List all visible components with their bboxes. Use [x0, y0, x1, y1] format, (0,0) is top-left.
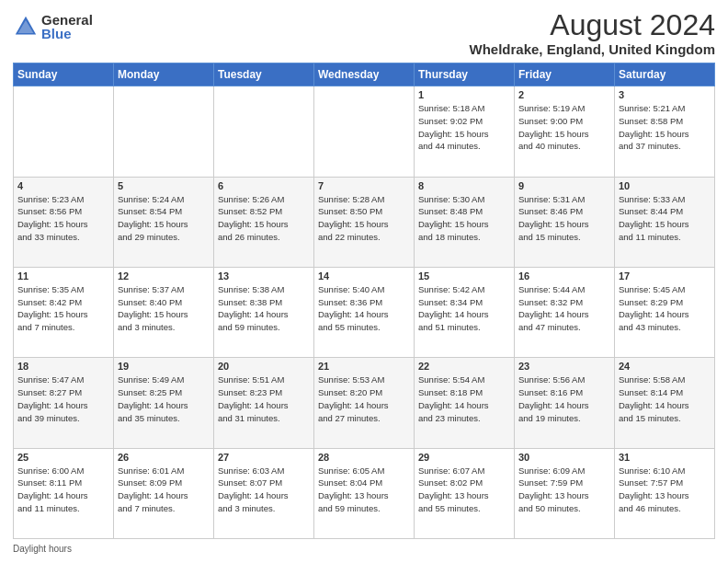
calendar-table: SundayMondayTuesdayWednesdayThursdayFrid…	[13, 63, 715, 539]
day-number: 23	[518, 361, 610, 372]
day-info: Sunrise: 6:09 AM Sunset: 7:59 PM Dayligh…	[518, 465, 610, 515]
calendar-cell: 28Sunrise: 6:05 AM Sunset: 8:04 PM Dayli…	[314, 448, 415, 538]
day-number: 3	[619, 89, 711, 100]
day-number: 25	[17, 452, 109, 463]
day-info: Sunrise: 5:18 AM Sunset: 9:02 PM Dayligh…	[418, 102, 510, 153]
footer: Daylight hours	[13, 544, 715, 554]
day-info: Sunrise: 5:47 AM Sunset: 8:27 PM Dayligh…	[17, 373, 109, 424]
day-info: Sunrise: 5:51 AM Sunset: 8:23 PM Dayligh…	[218, 373, 310, 424]
calendar-cell: 30Sunrise: 6:09 AM Sunset: 7:59 PM Dayli…	[515, 448, 615, 538]
day-info: Sunrise: 6:01 AM Sunset: 8:09 PM Dayligh…	[118, 465, 210, 515]
day-info: Sunrise: 6:00 AM Sunset: 8:11 PM Dayligh…	[17, 465, 109, 515]
calendar-week-row: 4Sunrise: 5:23 AM Sunset: 8:56 PM Daylig…	[14, 177, 715, 267]
location: Wheldrake, England, United Kingdom	[469, 41, 715, 57]
calendar-cell: 17Sunrise: 5:45 AM Sunset: 8:29 PM Dayli…	[615, 267, 715, 357]
calendar-cell: 10Sunrise: 5:33 AM Sunset: 8:44 PM Dayli…	[615, 177, 715, 267]
day-number: 18	[17, 361, 109, 372]
day-info: Sunrise: 5:33 AM Sunset: 8:44 PM Dayligh…	[619, 193, 711, 244]
calendar-cell: 18Sunrise: 5:47 AM Sunset: 8:27 PM Dayli…	[14, 358, 114, 448]
calendar-cell: 6Sunrise: 5:26 AM Sunset: 8:52 PM Daylig…	[214, 177, 314, 267]
title-block: August 2024 Wheldrake, England, United K…	[469, 9, 715, 57]
calendar-cell: 11Sunrise: 5:35 AM Sunset: 8:42 PM Dayli…	[14, 267, 114, 357]
day-info: Sunrise: 5:35 AM Sunset: 8:42 PM Dayligh…	[17, 283, 109, 334]
day-info: Sunrise: 5:44 AM Sunset: 8:32 PM Dayligh…	[518, 283, 610, 334]
calendar-cell: 25Sunrise: 6:00 AM Sunset: 8:11 PM Dayli…	[14, 448, 114, 538]
calendar-cell: 27Sunrise: 6:03 AM Sunset: 8:07 PM Dayli…	[214, 448, 314, 538]
logo-text: General Blue	[41, 13, 93, 40]
weekday-header: Monday	[114, 63, 214, 86]
weekday-header: Friday	[515, 63, 615, 86]
calendar-cell: 26Sunrise: 6:01 AM Sunset: 8:09 PM Dayli…	[114, 448, 214, 538]
daylight-label: Daylight hours	[13, 544, 72, 554]
day-info: Sunrise: 5:31 AM Sunset: 8:46 PM Dayligh…	[518, 193, 610, 244]
calendar-week-row: 25Sunrise: 6:00 AM Sunset: 8:11 PM Dayli…	[14, 448, 715, 538]
calendar-week-row: 1Sunrise: 5:18 AM Sunset: 9:02 PM Daylig…	[14, 86, 715, 177]
calendar-cell	[314, 86, 415, 177]
day-info: Sunrise: 5:21 AM Sunset: 8:58 PM Dayligh…	[619, 102, 711, 153]
day-number: 22	[418, 361, 510, 372]
day-number: 15	[418, 270, 510, 282]
day-number: 9	[518, 180, 610, 191]
calendar-cell: 7Sunrise: 5:28 AM Sunset: 8:50 PM Daylig…	[314, 177, 415, 267]
day-number: 5	[118, 180, 210, 191]
day-info: Sunrise: 5:30 AM Sunset: 8:48 PM Dayligh…	[418, 193, 510, 244]
calendar-cell	[14, 86, 114, 177]
day-number: 27	[218, 452, 310, 463]
calendar-cell: 5Sunrise: 5:24 AM Sunset: 8:54 PM Daylig…	[114, 177, 214, 267]
calendar-cell: 14Sunrise: 5:40 AM Sunset: 8:36 PM Dayli…	[314, 267, 415, 357]
calendar-cell: 16Sunrise: 5:44 AM Sunset: 8:32 PM Dayli…	[515, 267, 615, 357]
day-info: Sunrise: 5:24 AM Sunset: 8:54 PM Dayligh…	[118, 193, 210, 244]
calendar-cell: 3Sunrise: 5:21 AM Sunset: 8:58 PM Daylig…	[615, 86, 715, 177]
calendar-cell: 1Sunrise: 5:18 AM Sunset: 9:02 PM Daylig…	[415, 86, 515, 177]
day-info: Sunrise: 6:03 AM Sunset: 8:07 PM Dayligh…	[218, 465, 310, 515]
day-number: 20	[218, 361, 310, 372]
day-info: Sunrise: 5:42 AM Sunset: 8:34 PM Dayligh…	[418, 283, 510, 334]
day-number: 31	[619, 452, 711, 463]
day-number: 24	[619, 361, 711, 372]
day-number: 16	[518, 270, 610, 282]
calendar-cell: 22Sunrise: 5:54 AM Sunset: 8:18 PM Dayli…	[415, 358, 515, 448]
calendar-cell: 9Sunrise: 5:31 AM Sunset: 8:46 PM Daylig…	[515, 177, 615, 267]
calendar-cell: 4Sunrise: 5:23 AM Sunset: 8:56 PM Daylig…	[14, 177, 114, 267]
calendar-cell: 29Sunrise: 6:07 AM Sunset: 8:02 PM Dayli…	[415, 448, 515, 538]
calendar-cell	[214, 86, 314, 177]
day-number: 29	[418, 452, 510, 463]
page: General Blue August 2024 Wheldrake, Engl…	[0, 0, 728, 563]
weekday-header: Thursday	[415, 63, 515, 86]
day-number: 2	[518, 89, 610, 100]
day-number: 28	[318, 452, 410, 463]
day-info: Sunrise: 6:05 AM Sunset: 8:04 PM Dayligh…	[318, 465, 410, 515]
day-info: Sunrise: 5:53 AM Sunset: 8:20 PM Dayligh…	[318, 373, 410, 424]
day-number: 30	[518, 452, 610, 463]
day-number: 12	[118, 270, 210, 282]
month-title: August 2024	[469, 9, 715, 41]
calendar-cell: 8Sunrise: 5:30 AM Sunset: 8:48 PM Daylig…	[415, 177, 515, 267]
footer-row: Daylight hours	[13, 544, 715, 554]
day-number: 26	[118, 452, 210, 463]
day-info: Sunrise: 5:45 AM Sunset: 8:29 PM Dayligh…	[619, 283, 711, 334]
weekday-header: Wednesday	[314, 63, 415, 86]
day-number: 19	[118, 361, 210, 372]
day-info: Sunrise: 5:40 AM Sunset: 8:36 PM Dayligh…	[318, 283, 410, 334]
day-info: Sunrise: 6:07 AM Sunset: 8:02 PM Dayligh…	[418, 465, 510, 515]
day-number: 13	[218, 270, 310, 282]
logo-blue: Blue	[41, 27, 93, 40]
day-number: 1	[418, 89, 510, 100]
day-number: 14	[318, 270, 410, 282]
day-info: Sunrise: 5:58 AM Sunset: 8:14 PM Dayligh…	[619, 373, 711, 424]
calendar-cell: 24Sunrise: 5:58 AM Sunset: 8:14 PM Dayli…	[615, 358, 715, 448]
logo-general: General	[41, 13, 93, 27]
day-number: 21	[318, 361, 410, 372]
header: General Blue August 2024 Wheldrake, Engl…	[13, 9, 715, 57]
weekday-header: Saturday	[615, 63, 715, 86]
day-info: Sunrise: 5:28 AM Sunset: 8:50 PM Dayligh…	[318, 193, 410, 244]
day-info: Sunrise: 6:10 AM Sunset: 7:57 PM Dayligh…	[619, 465, 711, 515]
calendar-cell	[114, 86, 214, 177]
day-info: Sunrise: 5:49 AM Sunset: 8:25 PM Dayligh…	[118, 373, 210, 424]
day-info: Sunrise: 5:54 AM Sunset: 8:18 PM Dayligh…	[418, 373, 510, 424]
calendar-cell: 2Sunrise: 5:19 AM Sunset: 9:00 PM Daylig…	[515, 86, 615, 177]
calendar-cell: 23Sunrise: 5:56 AM Sunset: 8:16 PM Dayli…	[515, 358, 615, 448]
day-number: 8	[418, 180, 510, 191]
day-number: 6	[218, 180, 310, 191]
day-info: Sunrise: 5:37 AM Sunset: 8:40 PM Dayligh…	[118, 283, 210, 334]
